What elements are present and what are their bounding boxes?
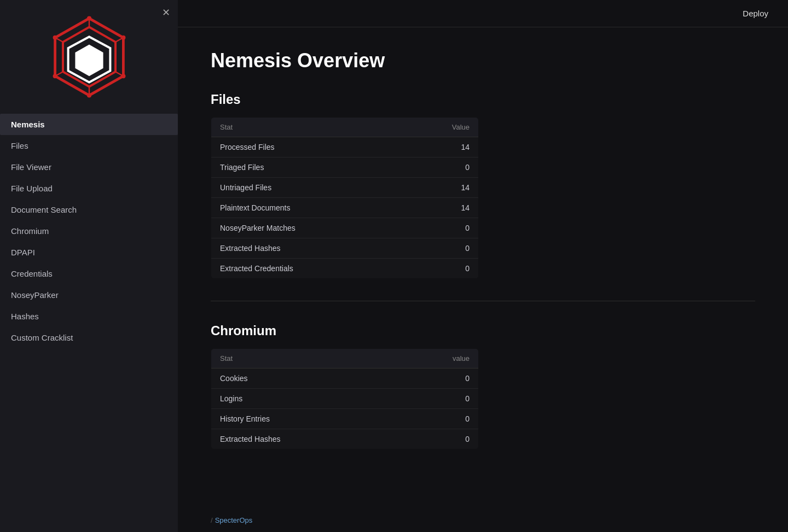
sidebar-item-file-viewer[interactable]: File Viewer [0, 156, 178, 178]
deploy-button[interactable]: Deploy [738, 7, 773, 20]
table-row: NoseyParker Matches0 [211, 218, 479, 238]
stat-value: 0 [396, 429, 479, 449]
table-row: Plaintext Documents14 [211, 198, 479, 218]
sidebar: ✕ NemesisFilesFile [0, 0, 178, 532]
close-button[interactable]: ✕ [162, 8, 170, 17]
table-row: Processed Files14 [211, 137, 479, 157]
table-row: History Entries0 [211, 409, 479, 429]
stat-value: 0 [405, 157, 479, 178]
stat-name: Cookies [211, 369, 397, 389]
sidebar-item-credentials[interactable]: Credentials [0, 263, 178, 284]
sidebar-item-nemesis[interactable]: Nemesis [0, 114, 178, 135]
chromium-section-title: Chromium [211, 323, 755, 338]
stat-value: 0 [396, 409, 479, 429]
sidebar-item-document-search[interactable]: Document Search [0, 199, 178, 220]
footer-link[interactable]: SpecterOps [215, 516, 253, 524]
footer-prefix: / [211, 516, 213, 524]
table-row: Extracted Hashes0 [211, 429, 479, 449]
table-row: Cookies0 [211, 369, 479, 389]
table-row: Extracted Hashes0 [211, 238, 479, 259]
stat-name: Triaged Files [211, 157, 405, 178]
stat-value: 0 [405, 238, 479, 259]
sidebar-item-files[interactable]: Files [0, 135, 178, 156]
files-table: Stat Value Processed Files14Triaged File… [211, 117, 479, 279]
chromium-col-value: value [396, 349, 479, 369]
sidebar-item-noseyparker[interactable]: NoseyParker [0, 284, 178, 306]
files-section-title: Files [211, 92, 755, 107]
svg-marker-3 [75, 45, 103, 77]
stat-value: 0 [396, 389, 479, 409]
main-content: Deploy Nemesis Overview Files Stat Value… [178, 0, 788, 532]
chromium-table: Stat value Cookies0Logins0History Entrie… [211, 348, 479, 449]
footer: / SpecterOps [178, 508, 788, 532]
page-body: Nemesis Overview Files Stat Value Proces… [178, 27, 788, 493]
files-col-value: Value [405, 118, 479, 137]
table-row: Triaged Files0 [211, 157, 479, 178]
files-col-stat: Stat [211, 118, 405, 137]
stat-name: Extracted Credentials [211, 259, 405, 279]
stat-name: History Entries [211, 409, 397, 429]
stat-value: 0 [396, 369, 479, 389]
table-row: Extracted Credentials0 [211, 259, 479, 279]
stat-value: 14 [405, 198, 479, 218]
sidebar-item-hashes[interactable]: Hashes [0, 306, 178, 327]
stat-name: Untriaged Files [211, 178, 405, 198]
table-row: Logins0 [211, 389, 479, 409]
chromium-col-stat: Stat [211, 349, 397, 369]
sidebar-nav: NemesisFilesFile ViewerFile UploadDocume… [0, 114, 178, 348]
sidebar-item-custom-cracklist[interactable]: Custom Cracklist [0, 327, 178, 348]
page-title: Nemesis Overview [211, 49, 755, 72]
stat-name: Extracted Hashes [211, 238, 405, 259]
stat-name: NoseyParker Matches [211, 218, 405, 238]
stat-value: 14 [405, 137, 479, 157]
stat-name: Extracted Hashes [211, 429, 397, 449]
stat-value: 14 [405, 178, 479, 198]
stat-name: Plaintext Documents [211, 198, 405, 218]
sidebar-item-chromium[interactable]: Chromium [0, 220, 178, 242]
stat-name: Logins [211, 389, 397, 409]
stat-value: 0 [405, 259, 479, 279]
logo [0, 0, 178, 109]
stat-value: 0 [405, 218, 479, 238]
stat-name: Processed Files [211, 137, 405, 157]
sidebar-item-dpapi[interactable]: DPAPI [0, 242, 178, 263]
main-header: Deploy [178, 0, 788, 27]
section-divider [211, 301, 755, 301]
sidebar-item-file-upload[interactable]: File Upload [0, 178, 178, 199]
table-row: Untriaged Files14 [211, 178, 479, 198]
